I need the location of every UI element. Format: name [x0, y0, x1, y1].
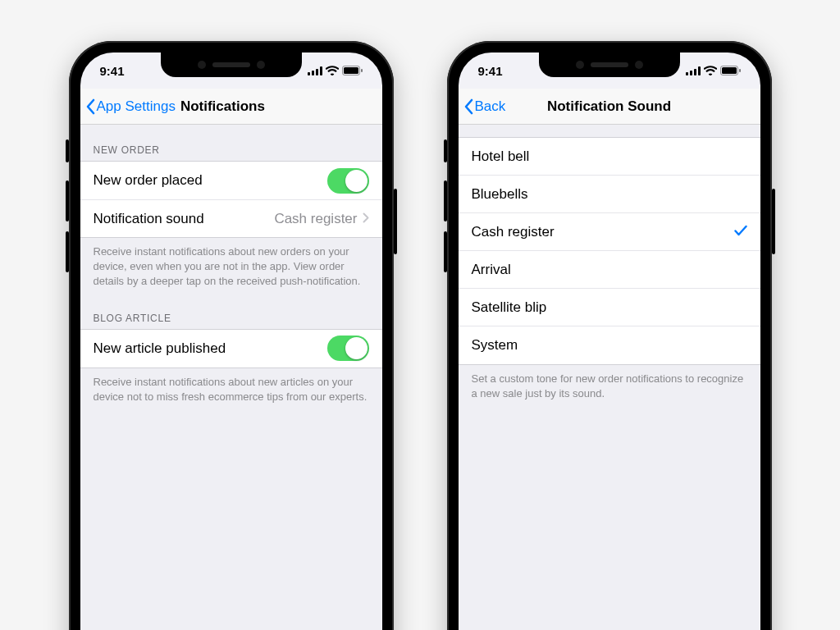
section-group-new-order: New order placed Notification sound Cash… — [80, 161, 382, 238]
notch — [539, 52, 680, 77]
sound-option-system[interactable]: System — [459, 326, 760, 364]
status-time: 9:41 — [100, 64, 125, 78]
wifi-icon — [326, 66, 339, 75]
phone-volume-down — [66, 231, 69, 272]
back-button[interactable]: App Settings — [80, 89, 176, 124]
svg-rect-8 — [690, 71, 692, 75]
phone-side-button — [394, 189, 397, 254]
svg-rect-1 — [312, 71, 314, 75]
row-new-article-published[interactable]: New article published — [80, 330, 382, 368]
option-label: System — [472, 337, 518, 354]
sound-list-content: Hotel bell Bluebells Cash register Arriv… — [459, 125, 760, 630]
sound-option-arrival[interactable]: Arrival — [459, 251, 760, 289]
svg-rect-3 — [320, 66, 322, 75]
chevron-left-icon — [85, 98, 95, 115]
chevron-left-icon — [463, 98, 473, 115]
sound-option-hotel-bell[interactable]: Hotel bell — [459, 138, 760, 176]
row-label: New order placed — [94, 172, 203, 189]
back-button[interactable]: Back — [459, 89, 506, 124]
row-new-order-placed[interactable]: New order placed — [80, 162, 382, 199]
phone-volume-up — [444, 180, 447, 221]
phone-volume-down — [444, 231, 447, 272]
svg-rect-9 — [694, 69, 696, 75]
nav-bar: Back Notification Sound — [459, 89, 760, 125]
phone-mute-switch — [444, 139, 447, 162]
cellular-signal-icon — [308, 66, 322, 75]
sound-list-footer: Set a custom tone for new order notifica… — [459, 365, 760, 404]
svg-rect-10 — [698, 66, 701, 75]
new-order-toggle[interactable] — [327, 168, 369, 194]
sound-option-cash-register[interactable]: Cash register — [459, 213, 760, 251]
svg-rect-13 — [739, 69, 741, 72]
page-title: Notifications — [180, 98, 265, 115]
phone-volume-up — [66, 180, 69, 221]
screen-left: 9:41 App Settings Notifications — [80, 52, 382, 630]
svg-rect-5 — [344, 67, 358, 74]
section-group-blog: New article published — [80, 329, 382, 368]
section-header-new-order: New Order — [80, 125, 382, 161]
back-label: App Settings — [97, 98, 176, 115]
svg-rect-12 — [722, 67, 737, 74]
phone-side-button — [772, 189, 775, 254]
sound-option-list: Hotel bell Bluebells Cash register Arriv… — [459, 138, 760, 365]
option-label: Bluebells — [472, 186, 528, 203]
cellular-signal-icon — [686, 66, 701, 75]
section-footer-blog: Receive instant notifications about new … — [80, 368, 382, 408]
phone-frame-right: 9:41 Back Notification Sound — [447, 41, 772, 630]
notch — [161, 52, 302, 77]
sound-option-satellite-blip[interactable]: Satellite blip — [459, 289, 760, 326]
phone-mute-switch — [66, 139, 69, 162]
chevron-right-icon — [363, 211, 369, 227]
svg-rect-6 — [361, 69, 363, 72]
phone-frame-left: 9:41 App Settings Notifications — [69, 41, 394, 630]
row-label: New article published — [94, 340, 226, 357]
row-label: Notification sound — [94, 211, 204, 227]
row-notification-sound[interactable]: Notification sound Cash register — [80, 199, 382, 237]
sound-option-bluebells[interactable]: Bluebells — [459, 176, 760, 213]
checkmark-icon — [734, 224, 747, 240]
settings-content: New Order New order placed Notification … — [80, 125, 382, 630]
battery-icon — [342, 66, 363, 75]
row-detail-value: Cash register — [274, 211, 357, 227]
nav-bar: App Settings Notifications — [80, 89, 382, 125]
section-header-blog: Blog Article — [80, 293, 382, 329]
back-label: Back — [475, 98, 506, 115]
svg-rect-2 — [316, 69, 318, 75]
screen-right: 9:41 Back Notification Sound — [459, 52, 760, 630]
status-time: 9:41 — [478, 64, 503, 78]
option-label: Hotel bell — [472, 148, 530, 165]
battery-icon — [720, 66, 741, 75]
wifi-icon — [704, 66, 717, 75]
option-label: Arrival — [472, 262, 511, 278]
option-label: Satellite blip — [472, 299, 547, 316]
svg-rect-7 — [686, 72, 688, 75]
option-label: Cash register — [472, 224, 555, 240]
section-footer-new-order: Receive instant notifications about new … — [80, 238, 382, 293]
new-article-toggle[interactable] — [327, 336, 369, 361]
svg-rect-0 — [308, 72, 310, 75]
